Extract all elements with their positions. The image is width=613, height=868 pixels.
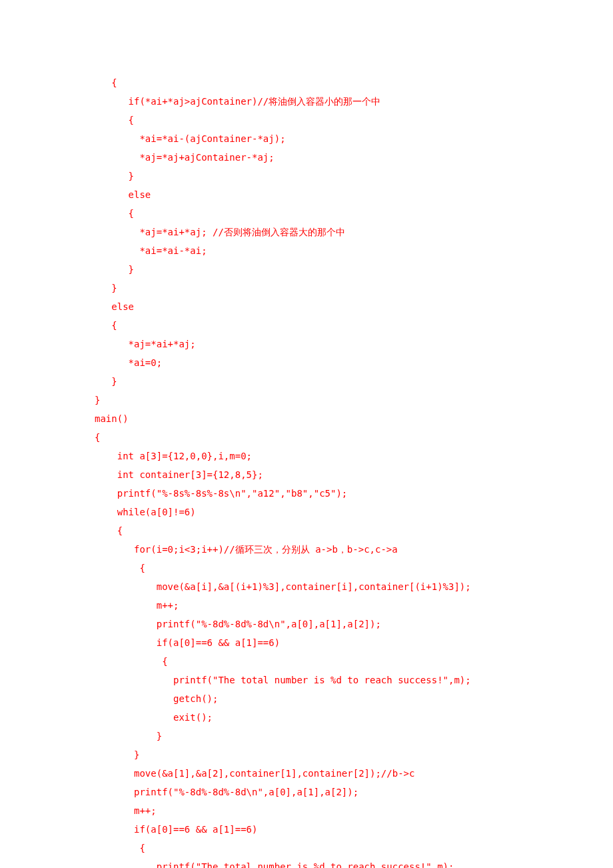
code-line: int container[3]={12,8,5}; (95, 465, 566, 484)
code-line: move(&a[i],&a[(i+1)%3],container[i],cont… (95, 577, 566, 596)
code-line: exit(); (95, 708, 566, 727)
code-line: { (95, 521, 566, 540)
code-line: } (95, 391, 566, 409)
code-line: { (95, 652, 566, 671)
code-line: main() (95, 409, 566, 428)
code-line: *aj=*ai+*aj; //否则将油倒入容器大的那个中 (95, 223, 566, 241)
code-line: if(a[0]==6 && a[1]==6) (95, 820, 566, 839)
code-line: { (95, 204, 566, 223)
code-line: printf("The total number is %d to reach … (95, 671, 566, 689)
code-line: { (95, 839, 566, 857)
code-line: else (95, 185, 566, 204)
code-line: if(*ai+*aj>ajContainer)//将油倒入容器小的那一个中 (95, 92, 566, 111)
code-line: { (95, 428, 566, 447)
code-line: } (95, 372, 566, 391)
code-line: for(i=0;i<3;i++)//循环三次，分别从 a->b，b->c,c->… (95, 540, 566, 559)
code-line: while(a[0]!=6) (95, 503, 566, 521)
code-line: *aj=*ai+*aj; (95, 335, 566, 353)
code-line: { (95, 559, 566, 577)
code-line: { (95, 316, 566, 335)
code-line: m++; (95, 801, 566, 820)
code-line: printf("The total number is %d to reach … (95, 857, 566, 868)
code-line: move(&a[1],&a[2],container[1],container[… (95, 764, 566, 783)
code-line: *ai=*ai-(ajContainer-*aj); (95, 129, 566, 148)
code-line: } (95, 279, 566, 297)
code-line: m++; (95, 596, 566, 615)
code-line: *aj=*aj+ajContainer-*aj; (95, 148, 566, 167)
code-line: } (95, 745, 566, 764)
code-line: int a[3]={12,0,0},i,m=0; (95, 447, 566, 465)
code-line: { (95, 111, 566, 129)
code-line: getch(); (95, 689, 566, 708)
code-line: *ai=0; (95, 353, 566, 372)
code-line: if(a[0]==6 && a[1]==6) (95, 633, 566, 652)
code-line: printf("%-8d%-8d%-8d\n",a[0],a[1],a[2]); (95, 615, 566, 633)
code-line: { (95, 73, 566, 92)
code-page: { if(*ai+*aj>ajContainer)//将油倒入容器小的那一个中 … (0, 0, 613, 868)
code-line: } (95, 727, 566, 745)
code-line: else (95, 297, 566, 316)
code-line: printf("%-8d%-8d%-8d\n",a[0],a[1],a[2]); (95, 783, 566, 801)
code-line: } (95, 167, 566, 185)
code-line: printf("%-8s%-8s%-8s\n","a12","b8","c5")… (95, 484, 566, 503)
code-line: *ai=*ai-*ai; (95, 241, 566, 260)
code-line: } (95, 260, 566, 279)
